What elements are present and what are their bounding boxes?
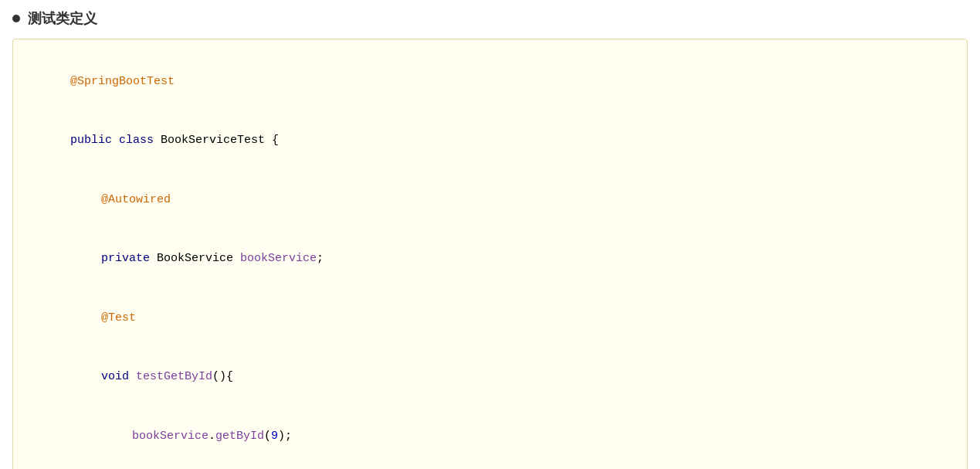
- keyword-class: class: [119, 134, 154, 147]
- bullet-dot: [12, 15, 20, 22]
- section-title: 测试类定义: [28, 9, 97, 28]
- var-bookservice1: bookService: [132, 430, 209, 443]
- code-block: @SpringBootTest public class BookService…: [12, 39, 968, 469]
- code-line-void1: void testGetById(){: [29, 348, 951, 407]
- annotation-autowired: @Autowired: [101, 193, 171, 206]
- code-line-class: public class BookServiceTest {: [29, 111, 951, 171]
- keyword-private: private: [101, 252, 150, 265]
- field-bookservice: bookService: [240, 252, 317, 265]
- page-container: 测试类定义 @SpringBootTest public class BookS…: [0, 0, 980, 469]
- method-testgetbyid: testGetById: [136, 370, 212, 383]
- keyword-void1: void: [101, 370, 129, 383]
- section-header: 测试类定义: [12, 9, 968, 28]
- code-line-test1: @Test: [29, 288, 951, 348]
- method-getbyid: getById: [215, 430, 264, 443]
- code-line-call1: bookService.getById(9);: [29, 406, 951, 466]
- annotation-test1: @Test: [101, 311, 136, 325]
- code-line-autowired: @Autowired: [29, 170, 951, 229]
- annotation-springboottest: @SpringBootTest: [70, 75, 175, 88]
- code-line-annotation: @SpringBootTest: [29, 52, 951, 111]
- code-line-private: private BookService bookService;: [29, 229, 951, 289]
- keyword-public: public: [70, 134, 112, 147]
- code-line-close1: }: [29, 466, 951, 470]
- number-9: 9: [271, 430, 278, 443]
